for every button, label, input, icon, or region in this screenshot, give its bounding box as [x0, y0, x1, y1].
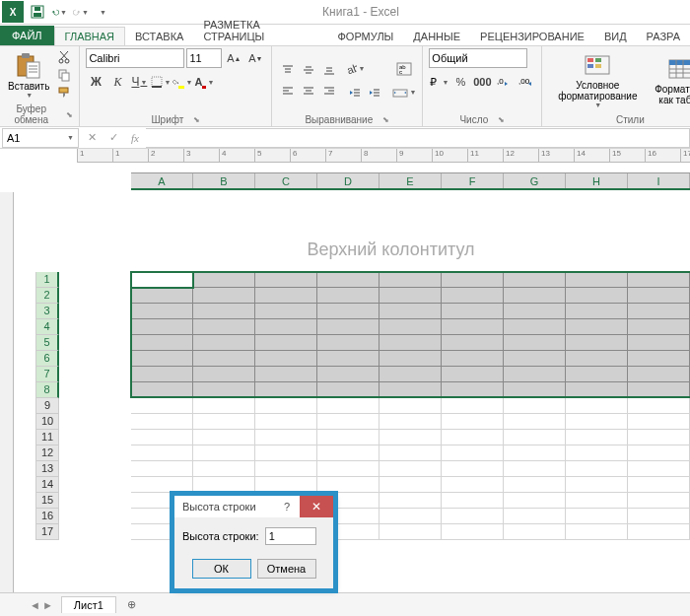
- cell[interactable]: [380, 335, 442, 351]
- cell[interactable]: [255, 335, 317, 351]
- cell[interactable]: [193, 272, 255, 288]
- cell[interactable]: [566, 445, 628, 461]
- cell[interactable]: [380, 367, 442, 382]
- cell[interactable]: [131, 272, 193, 288]
- cell[interactable]: [628, 509, 690, 524]
- cell[interactable]: [628, 477, 690, 493]
- cell[interactable]: [131, 445, 193, 461]
- cell[interactable]: [380, 414, 442, 430]
- row-header-7[interactable]: 7: [35, 367, 59, 382]
- col-header-E[interactable]: E: [380, 173, 442, 188]
- align-bottom-icon[interactable]: [319, 60, 339, 80]
- cell[interactable]: [380, 461, 442, 477]
- cell[interactable]: [504, 272, 566, 288]
- cell[interactable]: [566, 367, 628, 382]
- formula-input[interactable]: [146, 128, 690, 148]
- cell[interactable]: [255, 319, 317, 335]
- row-header-1[interactable]: 1: [35, 272, 59, 288]
- cell[interactable]: [193, 430, 255, 445]
- cell[interactable]: [566, 335, 628, 351]
- cell[interactable]: [628, 304, 690, 319]
- cell[interactable]: [628, 524, 690, 540]
- col-header-F[interactable]: F: [442, 173, 504, 188]
- cell[interactable]: [317, 430, 380, 445]
- cell[interactable]: [628, 430, 690, 445]
- cell[interactable]: [442, 304, 504, 319]
- cell[interactable]: [317, 272, 380, 288]
- font-dialog-launcher-icon[interactable]: ⬊: [193, 115, 200, 124]
- font-family-select[interactable]: [86, 48, 184, 68]
- bold-button[interactable]: Ж: [86, 72, 105, 92]
- cell[interactable]: [566, 382, 628, 398]
- cell[interactable]: [566, 524, 628, 540]
- sheet-tab-1[interactable]: Лист1: [61, 596, 116, 613]
- cell[interactable]: [442, 461, 504, 477]
- cell[interactable]: [504, 304, 566, 319]
- cell[interactable]: [131, 414, 193, 430]
- row-header-17[interactable]: 17: [35, 524, 59, 540]
- row-header-3[interactable]: 3: [35, 304, 59, 319]
- cell[interactable]: [442, 319, 504, 335]
- cell[interactable]: [442, 351, 504, 367]
- row-header-12[interactable]: 12: [35, 445, 59, 461]
- fx-icon[interactable]: fx: [124, 128, 146, 148]
- row-header-14[interactable]: 14: [35, 477, 59, 493]
- col-header-D[interactable]: D: [317, 173, 380, 188]
- cell[interactable]: [255, 382, 317, 398]
- cell[interactable]: [193, 335, 255, 351]
- tab-home[interactable]: ГЛАВНАЯ: [54, 27, 125, 45]
- comma-icon[interactable]: 000: [472, 72, 492, 92]
- row-header-11[interactable]: 11: [35, 430, 59, 445]
- cell[interactable]: [566, 398, 628, 414]
- cell[interactable]: [628, 319, 690, 335]
- border-button[interactable]: ▼: [151, 72, 171, 92]
- cell[interactable]: [317, 461, 380, 477]
- tab-view[interactable]: ВИД: [594, 28, 637, 45]
- col-header-B[interactable]: B: [193, 173, 255, 188]
- cell[interactable]: [628, 272, 690, 288]
- row-header-5[interactable]: 5: [35, 335, 59, 351]
- format-painter-icon[interactable]: [55, 85, 73, 101]
- cell[interactable]: [193, 351, 255, 367]
- cell[interactable]: [193, 398, 255, 414]
- cell[interactable]: [317, 304, 380, 319]
- dialog-close-icon[interactable]: ✕: [300, 496, 333, 517]
- cell[interactable]: [255, 398, 317, 414]
- dialog-titlebar[interactable]: Высота строки ? ✕: [174, 496, 333, 517]
- cell[interactable]: [317, 477, 380, 493]
- increase-indent-icon[interactable]: [365, 83, 384, 103]
- cell[interactable]: [131, 367, 193, 382]
- decrease-font-icon[interactable]: A▼: [245, 48, 265, 68]
- tab-layout[interactable]: РАЗМЕТКА СТРАНИЦЫ: [193, 16, 327, 45]
- number-format-select[interactable]: [429, 48, 527, 68]
- cell[interactable]: [193, 288, 255, 304]
- sheet-nav-prev-icon[interactable]: ◄: [30, 599, 40, 611]
- cell[interactable]: [193, 319, 255, 335]
- cell[interactable]: [255, 367, 317, 382]
- row-header-6[interactable]: 6: [35, 351, 59, 367]
- cell[interactable]: [504, 477, 566, 493]
- cell[interactable]: [380, 272, 442, 288]
- cell[interactable]: [380, 477, 442, 493]
- align-middle-icon[interactable]: [299, 60, 318, 80]
- cell[interactable]: [566, 477, 628, 493]
- row-header-15[interactable]: 15: [35, 493, 59, 509]
- italic-button[interactable]: К: [107, 72, 127, 92]
- add-sheet-icon[interactable]: ⊕: [122, 595, 142, 615]
- cell[interactable]: [504, 288, 566, 304]
- align-center-icon[interactable]: [299, 81, 318, 101]
- merge-center-icon[interactable]: ▼: [392, 83, 416, 103]
- cell[interactable]: [628, 382, 690, 398]
- col-header-C[interactable]: C: [255, 173, 317, 188]
- cell[interactable]: [566, 414, 628, 430]
- conditional-formatting-button[interactable]: Условное форматирование▼: [548, 50, 647, 110]
- cell[interactable]: [317, 414, 380, 430]
- cell[interactable]: [504, 509, 566, 524]
- cell[interactable]: [628, 351, 690, 367]
- row-header-2[interactable]: 2: [35, 288, 59, 304]
- cell[interactable]: [628, 398, 690, 414]
- cell[interactable]: [317, 445, 380, 461]
- cell[interactable]: [380, 304, 442, 319]
- cell[interactable]: [255, 288, 317, 304]
- cell[interactable]: [504, 445, 566, 461]
